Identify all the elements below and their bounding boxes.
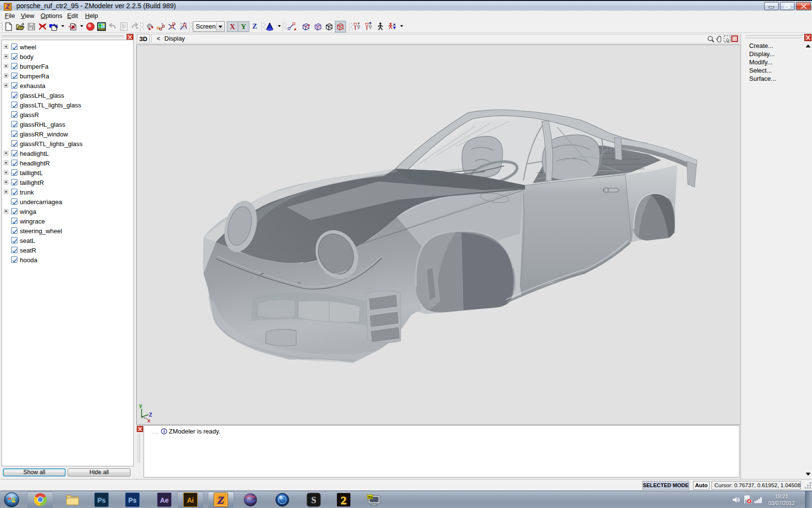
svg-text:Ps: Ps [128, 496, 136, 504]
svg-text:Ae: Ae [160, 496, 169, 504]
svg-text:Z: Z [149, 412, 152, 418]
svg-text:99: 99 [368, 495, 372, 499]
svg-text:x: x [147, 418, 151, 423]
svg-text:y: y [139, 403, 143, 408]
svg-text:Ai: Ai [187, 496, 194, 504]
svg-text:Z: Z [217, 494, 224, 506]
svg-text:2: 2 [341, 494, 347, 507]
svg-text:S: S [311, 495, 317, 505]
svg-text:Ps: Ps [97, 496, 105, 504]
